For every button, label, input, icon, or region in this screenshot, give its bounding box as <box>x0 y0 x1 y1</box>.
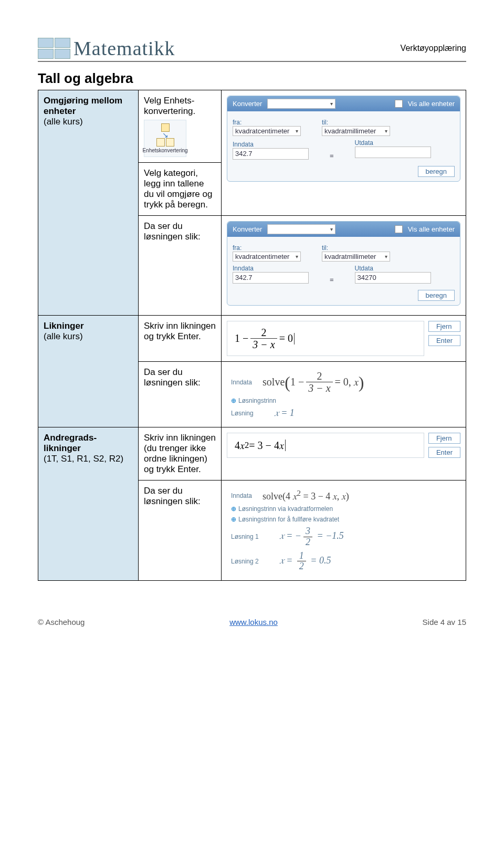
enter-button[interactable]: Enter <box>428 335 460 346</box>
fjern-button[interactable]: Fjern <box>428 433 460 444</box>
show-all-checkbox[interactable] <box>395 100 403 108</box>
to-label: til: <box>322 244 390 252</box>
step-1b: Velg kategori, legg inn tallene du vil o… <box>144 168 216 210</box>
step-label[interactable]: Løsningstrinn <box>238 397 276 404</box>
equation-input-1[interactable]: 1 − 23 − x = 0 <box>227 321 424 356</box>
footer-link[interactable]: www.lokus.no <box>229 618 278 626</box>
inndata-label: Inndata <box>231 492 252 499</box>
category-select[interactable]: Areal▾ <box>267 224 335 234</box>
inndata-label: Inndata <box>231 379 252 386</box>
step-kvadrat-2[interactable]: Løsningstrinn for å fullføre kvadratet <box>238 516 339 523</box>
chevron-down-icon: ▾ <box>385 128 387 134</box>
course-3: (1T, S1, R1, S2, R2) <box>44 454 133 464</box>
ribbon-label: Enhetskonvertering <box>142 148 187 153</box>
solve-output-1: Inndata solve ( 1 − 23 − x = 0, 𝑥 ) ⊕Løs… <box>227 367 460 422</box>
inndata-input-2[interactable]: 342.7 <box>233 272 309 284</box>
solution-value: 𝑥 = 1 <box>275 408 295 419</box>
step-2b: Da ser du løsningen slik: <box>144 367 216 388</box>
chevron-down-icon: ▾ <box>330 226 333 232</box>
category-select[interactable]: Areal▾ <box>267 99 335 109</box>
topic-3: Andregrads-likninger <box>44 433 133 454</box>
converter-panel-2: Konverter Areal▾ Vis alle enheter fra: k… <box>227 221 460 306</box>
footer-right: Side 4 av 15 <box>423 618 466 626</box>
expand-icon[interactable]: ⊕ <box>231 505 236 513</box>
chevron-down-icon: ▾ <box>296 128 298 134</box>
step-1a: Velg Enhets-konvertering. <box>144 96 216 117</box>
solution-2-value: 𝑥 = 12 = 0.5 <box>280 551 331 572</box>
beregn-button[interactable]: beregn <box>418 166 455 177</box>
step-kvadrat-1[interactable]: Løsningstrinn via kvadratformelen <box>238 505 333 513</box>
arrow-icon: ↘ <box>162 133 169 137</box>
from-unit-select[interactable]: kvadratcentimeter▾ <box>233 126 301 136</box>
page-title: Tall og algebra <box>38 70 466 87</box>
inndata-label: Inndata <box>233 141 309 148</box>
equation-input-2[interactable]: 4𝑥2 = 3 − 4𝑥 <box>227 433 424 458</box>
inndata-label: Inndata <box>233 265 309 272</box>
show-all-label: Vis alle enheter <box>408 100 455 108</box>
solution-2-label: Løsning 2 <box>231 558 259 565</box>
text-cursor <box>285 440 286 451</box>
convert-ribbon-icon[interactable]: ↘ Enhetskonvertering <box>144 120 186 157</box>
footer-left: © Aschehoug <box>38 618 85 626</box>
solution-label: Løsning <box>231 410 254 417</box>
header-right: Verktøyopplæring <box>401 44 466 53</box>
expand-icon[interactable]: ⊕ <box>231 516 236 523</box>
text-cursor <box>294 333 295 344</box>
course-1: (alle kurs) <box>44 117 133 127</box>
utdata-label: Utdata <box>355 265 431 272</box>
course-2: (alle kurs) <box>44 331 133 342</box>
logo-text: Matematikk <box>74 37 175 60</box>
equals-sign: = <box>330 266 334 284</box>
show-all-label: Vis alle enheter <box>408 225 455 233</box>
topic-1: Omgjøring mellom enheter <box>44 96 133 117</box>
show-all-checkbox[interactable] <box>395 225 403 233</box>
converter-bar-label: Konverter <box>233 100 262 108</box>
expand-icon[interactable]: ⊕ <box>231 397 236 404</box>
utdata-label: Utdata <box>355 139 431 147</box>
utdata-output-1 <box>355 147 431 158</box>
fjern-button[interactable]: Fjern <box>428 321 460 332</box>
converter-bar-label: Konverter <box>233 225 262 233</box>
step-1c: Da ser du løsningen slik: <box>144 221 216 242</box>
step-3a: Skriv inn likningen (du trenger ikke ord… <box>144 433 216 475</box>
chevron-down-icon: ▾ <box>385 254 387 259</box>
to-unit-select[interactable]: kvadratmillimeter▾ <box>322 252 390 262</box>
solve-output-2: Inndata solve(4 𝑥2 = 3 − 4 𝑥, 𝑥) ⊕Løsnin… <box>227 486 460 575</box>
enter-button[interactable]: Enter <box>428 447 460 458</box>
logo: Matematikk <box>38 37 175 60</box>
chevron-down-icon: ▾ <box>296 254 298 259</box>
topic-2: Likninger <box>44 321 133 331</box>
solution-1-label: Løsning 1 <box>231 533 259 540</box>
inndata-input-1[interactable]: 342.7 <box>233 148 309 160</box>
step-3b: Da ser du løsningen slik: <box>144 486 216 507</box>
converter-panel-1: Konverter Areal▾ Vis alle enheter fra: k… <box>227 96 460 182</box>
from-label: fra: <box>233 119 301 126</box>
from-unit-select[interactable]: kvadratcentimeter▾ <box>233 252 301 262</box>
from-label: fra: <box>233 244 301 252</box>
step-2a: Skriv inn likningen og trykk Enter. <box>144 321 216 342</box>
utdata-output-2: 34270 <box>355 272 431 284</box>
chevron-down-icon: ▾ <box>330 101 333 107</box>
solution-1-value: 𝑥 = −32 = −1.5 <box>280 526 344 548</box>
beregn-button[interactable]: beregn <box>418 290 455 301</box>
equals-sign: = <box>330 142 334 160</box>
to-label: til: <box>322 119 390 126</box>
to-unit-select[interactable]: kvadratmillimeter▾ <box>322 126 390 136</box>
